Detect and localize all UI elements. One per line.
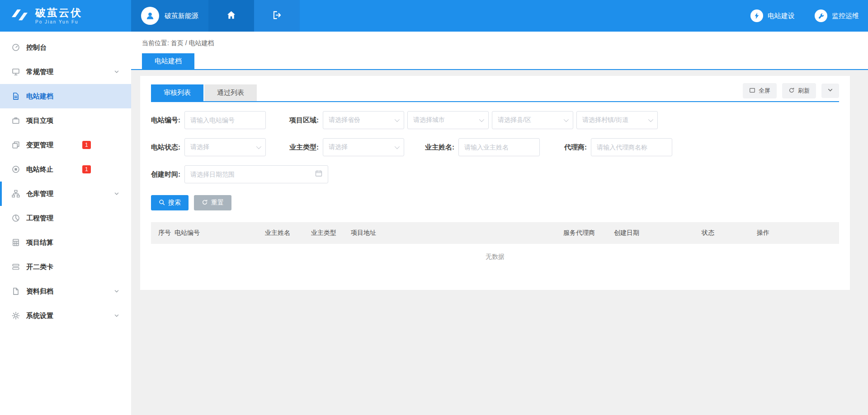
owner-type-placeholder: 请选择	[329, 143, 348, 151]
logo-icon	[10, 8, 30, 24]
sidebar-item-system-settings[interactable]: 系统设置	[0, 303, 131, 328]
sidebar-item-warehouse-mgmt[interactable]: 仓库管理	[0, 182, 131, 206]
town-select[interactable]: 请选择村镇/街道	[576, 111, 658, 129]
sidebar-item-project-initiation[interactable]: 项目立项	[0, 108, 131, 133]
wrench-icon	[815, 9, 827, 22]
date-range-input[interactable]	[190, 171, 315, 178]
topbar-spacer	[300, 0, 750, 32]
station-filing-panel: 审核列表 通过列表 全屏 刷新	[140, 76, 850, 290]
sidebar-item-station-filing[interactable]: 电站建档	[0, 84, 131, 108]
chevron-down-icon	[114, 68, 119, 76]
search-button[interactable]: 搜索	[151, 195, 189, 210]
filter-actions: 搜索 重置	[151, 195, 839, 210]
pie-chart-icon	[12, 214, 20, 222]
topnav-station-build[interactable]: 电站建设	[750, 0, 795, 32]
sidebar-item-project-settlement[interactable]: 项目结算	[0, 230, 131, 255]
content: 审核列表 通过列表 全屏 刷新	[131, 70, 868, 301]
reset-button[interactable]: 重置	[194, 195, 231, 210]
owner-name-input[interactable]	[458, 138, 540, 156]
grid-icon	[12, 238, 20, 247]
logout-button[interactable]	[254, 0, 300, 32]
panel-tools: 全屏 刷新	[743, 83, 839, 101]
chevron-down-icon	[564, 117, 569, 122]
search-icon	[159, 199, 165, 207]
sidebar-item-console[interactable]: 控制台	[0, 35, 131, 60]
owner-name-label: 业主姓名:	[425, 143, 454, 152]
owner-type-select[interactable]: 请选择	[323, 138, 404, 156]
col-project-address: 项目地址	[351, 229, 563, 237]
sidebar-item-general-mgmt[interactable]: 常规管理	[0, 60, 131, 84]
account-menu[interactable]: 破茧新能源	[131, 0, 208, 32]
logout-icon	[272, 10, 282, 22]
gear-icon	[12, 312, 20, 320]
city-select[interactable]: 请选择城市	[407, 111, 489, 129]
account-name: 破茧新能源	[165, 12, 198, 20]
breadcrumb-home-link[interactable]: 首页	[171, 39, 184, 47]
col-operations: 操作	[757, 229, 839, 237]
brand-title: 破茧云伏	[35, 7, 82, 19]
owner-type-label: 业主类型:	[289, 143, 319, 152]
page-tab-station-filing[interactable]: 电站建档	[142, 53, 194, 69]
monitor-icon	[12, 68, 20, 76]
brand: 破茧云伏 Po Jian Yun Fu	[0, 0, 131, 32]
station-no-label: 电站编号:	[151, 116, 180, 125]
province-placeholder: 请选择省份	[329, 116, 360, 124]
chevron-down-icon	[395, 117, 400, 122]
chevron-down-icon	[648, 117, 653, 122]
fullscreen-button[interactable]: 全屏	[743, 83, 777, 98]
sidebar-item-label: 工程管理	[26, 214, 53, 223]
station-no-input[interactable]	[184, 111, 266, 129]
col-station-no: 电站编号	[175, 229, 265, 237]
station-status-select[interactable]: 请选择	[184, 138, 266, 156]
station-status-label: 电站状态:	[151, 143, 180, 152]
collapse-panel-button[interactable]	[821, 84, 839, 98]
search-label: 搜索	[168, 199, 181, 207]
col-created-date: 创建日期	[614, 229, 702, 237]
refresh-button[interactable]: 刷新	[782, 83, 816, 98]
city-placeholder: 请选择城市	[413, 116, 445, 124]
col-owner-name: 业主姓名	[265, 229, 311, 237]
sidebar-item-change-mgmt[interactable]: 变更管理 1	[0, 133, 131, 157]
tab-passed-list[interactable]: 通过列表	[204, 84, 257, 101]
col-status: 状态	[702, 229, 757, 237]
sidebar-item-station-termination[interactable]: 电站终止 1	[0, 157, 131, 182]
chevron-down-icon	[395, 144, 400, 149]
topnav-monitor-ops-label: 监控运维	[832, 12, 859, 20]
fullscreen-label: 全屏	[759, 87, 770, 95]
sitemap-icon	[12, 190, 20, 198]
filter-row-2: 电站状态: 请选择 业主类型: 请选择 业主姓名: 代理商:	[151, 138, 839, 156]
brand-subtitle: Po Jian Yun Fu	[35, 19, 82, 24]
home-icon	[226, 10, 236, 22]
briefcase-icon	[12, 117, 20, 125]
notification-badge: 1	[82, 165, 91, 173]
tab-review-list[interactable]: 审核列表	[151, 84, 203, 101]
refresh-icon	[788, 87, 795, 95]
sidebar: 控制台 常规管理 电站建档 项目立项 变更管理 1 电站终止 1	[0, 32, 131, 415]
topnav-monitor-ops[interactable]: 监控运维	[815, 0, 859, 32]
sidebar-item-label: 开二类卡	[26, 263, 53, 271]
breadcrumb-separator: /	[185, 39, 187, 47]
fullscreen-icon	[749, 87, 755, 95]
sidebar-item-class2-card[interactable]: 开二类卡	[0, 255, 131, 279]
copy-icon	[12, 141, 20, 149]
sidebar-item-label: 仓库管理	[26, 190, 53, 198]
panel-tabs: 审核列表 通过列表 全屏 刷新	[151, 83, 839, 102]
stop-icon	[12, 165, 20, 173]
sidebar-item-label: 项目立项	[26, 117, 53, 125]
refresh-label: 刷新	[798, 87, 810, 95]
dashboard-icon	[12, 43, 20, 51]
sidebar-item-data-archive[interactable]: 资料归档	[0, 279, 131, 303]
date-range-picker[interactable]	[184, 165, 328, 183]
col-owner-type: 业主类型	[311, 229, 351, 237]
topnav-station-build-label: 电站建设	[768, 12, 795, 20]
table-header: 序号 电站编号 业主姓名 业主类型 项目地址 服务代理商 创建日期 状态 操作	[151, 222, 839, 244]
agent-input[interactable]	[591, 138, 672, 156]
sidebar-item-engineering-mgmt[interactable]: 工程管理	[0, 206, 131, 230]
project-area-label: 项目区域:	[289, 116, 319, 125]
province-select[interactable]: 请选择省份	[323, 111, 404, 129]
county-select[interactable]: 请选择县/区	[492, 111, 573, 129]
created-at-label: 创建时间:	[151, 170, 180, 179]
sidebar-item-label: 项目结算	[26, 238, 53, 247]
home-button[interactable]	[208, 0, 254, 32]
chevron-down-icon	[479, 117, 484, 122]
